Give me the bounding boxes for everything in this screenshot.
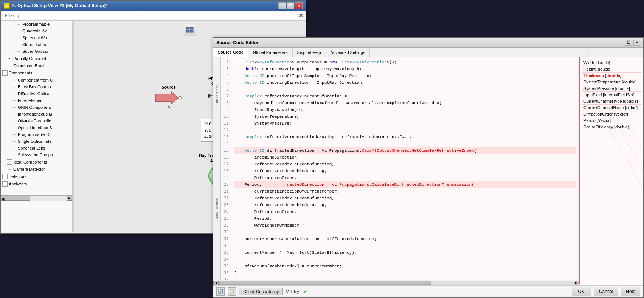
scroll-right-btn-2[interactable]: ▶ — [574, 281, 579, 285]
code-line-36: } — [234, 270, 576, 276]
check-consistency-btn[interactable]: Check Consistency — [239, 288, 283, 295]
tree-item-super[interactable]: ─ Super-Gaussi — [1, 48, 72, 55]
code-line-16: incomingDirection, — [234, 154, 576, 161]
code-line-31: currentMember.CentralDirection = diffrac… — [234, 236, 576, 242]
tree-item-stored[interactable]: ─ Stored Latera — [1, 41, 72, 48]
tree-item-coordbreak[interactable]: ─ Coordinate Break — [1, 62, 72, 69]
tree-item-grin[interactable]: ─ GRIN Component — [1, 104, 72, 111]
code-line-8: RayBundleInformation.MediumOfBundle.Base… — [234, 100, 576, 107]
tab-global-params[interactable]: Global Parameters — [248, 48, 293, 57]
tree-label: Optical Interface S — [18, 125, 52, 130]
svg-rect-1 — [190, 27, 193, 29]
right-panel-sysTemp[interactable]: SystemTemperature [double] — [582, 79, 641, 85]
tab-advanced-settings[interactable]: Advanced Settings — [326, 48, 370, 57]
code-line-20: Period, ractedDirection = VL_Propagation… — [234, 181, 576, 188]
svg-rect-2 — [186, 30, 189, 32]
code-line-33: currentMember *= Math.Sqrt(ScalarEfficie… — [234, 249, 576, 256]
scroll-right-btn[interactable]: ▶ — [67, 196, 72, 201]
tree-label: Super-Gaussi — [22, 49, 48, 54]
scroll-left-btn-2[interactable]: ◀ — [213, 281, 219, 285]
editor-bottom-bar: 🔄 📋 Check Consistency Validity: ✔ OK Can… — [213, 285, 643, 297]
cancel-button[interactable]: Cancel — [594, 287, 618, 296]
h-scroll-thumb[interactable] — [6, 196, 30, 201]
help-button[interactable]: Help — [621, 287, 640, 296]
tab-source-code[interactable]: Source Code — [213, 48, 248, 57]
close-button[interactable]: ✕ — [295, 2, 303, 9]
filter-close-button[interactable]: ✕ — [299, 12, 303, 19]
tree-label: Single Optical Inte — [18, 139, 51, 144]
tree-item-spherical-lens[interactable]: ─ Spherical Lens — [1, 145, 72, 151]
tree-item-analyzers[interactable]: + Analyzers — [1, 180, 72, 188]
window-icon: ⊞ — [4, 3, 10, 9]
minimize-button[interactable]: _ — [278, 2, 286, 9]
tree-item-detectors[interactable]: + Detectors — [1, 173, 72, 180]
code-line-29: wavelengthOfMember); — [234, 222, 576, 229]
tree-item-ideal[interactable]: + Ideal Components — [1, 158, 72, 166]
restore-button[interactable]: ❐ — [287, 2, 294, 9]
tree-item-single-optical[interactable]: ─ Single Optical Inte — [1, 138, 72, 145]
code-editor-tabs: Source Code Global Parameters Snippet He… — [213, 48, 643, 57]
tree-item-component-from[interactable]: ─ Component from C — [1, 77, 72, 83]
bottom-icon-2[interactable]: 📋 — [228, 287, 236, 296]
toolbar-grid-btn[interactable] — [184, 24, 196, 36]
scroll-left-btn[interactable]: ◀ — [1, 196, 6, 201]
tree-item-camera[interactable]: ─ Camera Detector — [1, 166, 72, 173]
ok-button[interactable]: OK — [572, 287, 591, 296]
svg-point-5 — [178, 96, 182, 99]
tree-item-spherical-wa[interactable]: ─ Spherical Wa — [1, 34, 72, 41]
bottom-icon-1[interactable]: 🔄 — [216, 287, 225, 296]
code-line-27: DiffractionOrder, — [234, 208, 576, 215]
tree-label: Quadratic Wa — [22, 29, 48, 33]
tree-item-diffractive[interactable]: ─ Diffractive Optical — [1, 90, 72, 97]
right-panel-height[interactable]: Height [double] — [582, 66, 641, 73]
right-panel-period[interactable]: Period [Vector] — [582, 117, 641, 124]
tree-item-programmable[interactable]: ─ Programmable — [1, 21, 72, 28]
code-line-28: Period, — [234, 215, 576, 222]
tree-item-quadratic[interactable]: ─ Quadratic Wa — [1, 28, 72, 34]
code-content[interactable]: List<RayInformation> outputRays = new Li… — [231, 57, 579, 284]
tab-snippet-help[interactable]: Snippet Help — [293, 48, 326, 57]
tree-label: Component from C — [18, 78, 53, 82]
source-component[interactable]: Source 0 — [155, 85, 182, 110]
right-panel-scalareff[interactable]: ScalarEfficiency [double] — [582, 124, 641, 130]
tree-item-blackbox[interactable]: ─ Black Box Compo — [1, 83, 72, 90]
side-labels-panel: Snippet Body Main Function — [213, 57, 221, 284]
code-hscroll[interactable]: ◀ ▶ — [213, 280, 579, 285]
right-panel-channeltype[interactable]: CurrentChannelType [double] — [582, 98, 641, 105]
right-panel-difforder[interactable]: DiffractionOrder [Vector] — [582, 111, 641, 117]
tree-label: Camera Detector — [13, 167, 45, 171]
editor-close-btn[interactable]: ✕ — [633, 40, 640, 46]
source-shape — [155, 91, 178, 105]
source-output-port — [178, 96, 182, 100]
tree-item-optical-interface[interactable]: ─ Optical Interface S — [1, 124, 72, 131]
code-line-7: Complex refractiveIndexInFrontOfGrating … — [234, 93, 576, 100]
hscroll-thumb[interactable] — [219, 281, 431, 285]
right-panel-width[interactable]: Width [double] — [582, 60, 641, 66]
tree-item-fiber[interactable]: ─ Fiber Element — [1, 97, 72, 104]
code-editor-titlebar: Source Code Editor ❐ ✕ — [213, 38, 643, 48]
tree-label: Spherical Wa — [22, 36, 47, 40]
tree-item-offaxis[interactable]: ─ Off-Axis Parabolic — [1, 117, 72, 124]
component-tree: ─ Programmable ─ Quadratic Wa ─ Spherica… — [1, 21, 73, 232]
code-line-17: refractiveIndexInFrontOfGrating, — [234, 161, 576, 168]
tree-item-components[interactable]: - Components — [1, 69, 72, 77]
code-line-30 — [234, 229, 576, 236]
tree-item-subsystem[interactable]: ─ Subsystem Compo — [1, 151, 72, 158]
tree-item-inhomogeneous[interactable]: ─ Inhomogeneous M — [1, 111, 72, 117]
right-panel-inputfield[interactable]: InputField [InternalFieldSet] — [582, 92, 641, 98]
code-line-23: refractiveIndexBehindGrating, — [234, 202, 576, 208]
svg-rect-3 — [190, 30, 193, 32]
tree-item-partially[interactable]: + Partially Coherent — [1, 55, 72, 62]
tree-label: GRIN Component — [18, 105, 51, 110]
svg-rect-0 — [186, 27, 189, 29]
code-editor-title-text: Source Code Editor — [216, 40, 259, 45]
right-panel-channelname[interactable]: CurrentChannelName [string] — [582, 105, 641, 111]
right-panel-thickness[interactable]: Thickness [double] — [582, 73, 641, 79]
filter-input[interactable] — [3, 12, 297, 19]
code-line-35: hfsReturn[memberIndex] = currentMember; — [234, 263, 576, 270]
tree-item-programmable-co[interactable]: ─ Programmable Co — [1, 131, 72, 138]
editor-restore-btn[interactable]: ❐ — [625, 40, 632, 46]
right-panel-sysPressure[interactable]: SystemPressure [double] — [582, 85, 641, 92]
tree-label: Subsystem Compo — [18, 153, 53, 157]
code-line-13: Complex refractiveIndexBehindGrating = r… — [234, 134, 576, 141]
